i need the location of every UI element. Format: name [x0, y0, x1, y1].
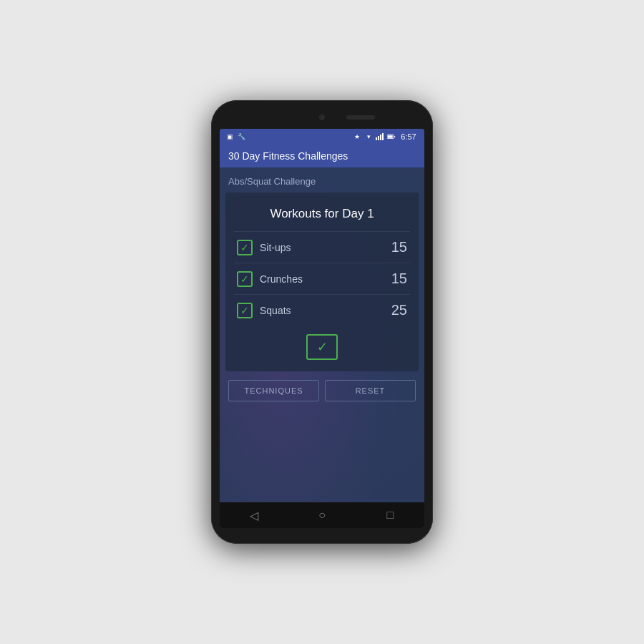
- screen-content: Abs/Squat Challenge Workouts for Day 1 ✓…: [220, 167, 424, 502]
- signal-icon: [376, 133, 384, 140]
- confirm-button[interactable]: ✓: [306, 334, 338, 360]
- confirm-btn-row: ✓: [234, 326, 410, 363]
- workout-item-crunches[interactable]: ✓ Crunches 15: [234, 263, 410, 294]
- svg-rect-1: [378, 136, 379, 140]
- notification-icon: ▣: [225, 133, 234, 140]
- recents-button[interactable]: □: [379, 504, 401, 527]
- home-button[interactable]: ○: [311, 504, 333, 527]
- status-bar: ▣ 🔧 ★ ▾ 6:57: [220, 129, 424, 145]
- nav-bar: ◁ ○ □: [220, 502, 424, 528]
- app-title: 30 Day Fitness Challenges: [228, 150, 416, 162]
- wifi-icon: ▾: [364, 133, 373, 140]
- confirm-check-icon: ✓: [317, 339, 328, 355]
- workout-item-situps[interactable]: ✓ Sit-ups 15: [234, 231, 410, 263]
- workout-day-title: Workouts for Day 1: [234, 201, 410, 231]
- reset-button[interactable]: RESET: [325, 380, 416, 401]
- situps-count: 15: [384, 239, 407, 255]
- techniques-button[interactable]: TECHNIQUES: [228, 380, 319, 401]
- crunches-label: Crunches: [260, 273, 384, 285]
- situps-checkbox[interactable]: ✓: [237, 240, 253, 255]
- workout-item-squats[interactable]: ✓ Squats 25: [234, 294, 410, 326]
- settings-icon: 🔧: [237, 133, 245, 140]
- phone-screen: ▣ 🔧 ★ ▾ 6:57 30 Day Fitness Challenges A…: [220, 129, 424, 528]
- svg-rect-0: [376, 137, 377, 140]
- bottom-buttons: TECHNIQUES RESET: [225, 380, 419, 401]
- svg-rect-5: [388, 135, 393, 137]
- phone-top-bar: [220, 109, 424, 126]
- app-bar: 30 Day Fitness Challenges: [220, 145, 424, 167]
- phone-bottom-bar: [220, 528, 424, 535]
- situps-label: Sit-ups: [260, 242, 384, 253]
- squats-checkbox[interactable]: ✓: [237, 303, 253, 318]
- squats-label: Squats: [260, 305, 384, 316]
- svg-rect-3: [382, 133, 384, 140]
- svg-rect-6: [394, 136, 395, 137]
- squats-check-icon: ✓: [240, 306, 249, 316]
- situps-check-icon: ✓: [240, 243, 249, 253]
- phone: ▣ 🔧 ★ ▾ 6:57 30 Day Fitness Challenges A…: [211, 100, 433, 544]
- star-icon: ★: [353, 133, 361, 140]
- status-left: ▣ 🔧: [225, 133, 245, 140]
- camera-dot: [319, 114, 325, 120]
- time-display: 6:57: [399, 133, 419, 140]
- workout-card: Workouts for Day 1 ✓ Sit-ups 15 ✓ Crunch…: [225, 192, 419, 371]
- svg-rect-2: [380, 135, 381, 140]
- challenge-title: Abs/Squat Challenge: [225, 176, 419, 187]
- status-right: ★ ▾ 6:57: [353, 133, 419, 140]
- crunches-check-icon: ✓: [240, 274, 249, 284]
- squats-count: 25: [384, 302, 407, 318]
- back-button[interactable]: ◁: [243, 504, 265, 527]
- battery-icon: [387, 133, 396, 140]
- speaker: [346, 115, 375, 119]
- crunches-count: 15: [384, 270, 407, 287]
- crunches-checkbox[interactable]: ✓: [237, 271, 253, 287]
